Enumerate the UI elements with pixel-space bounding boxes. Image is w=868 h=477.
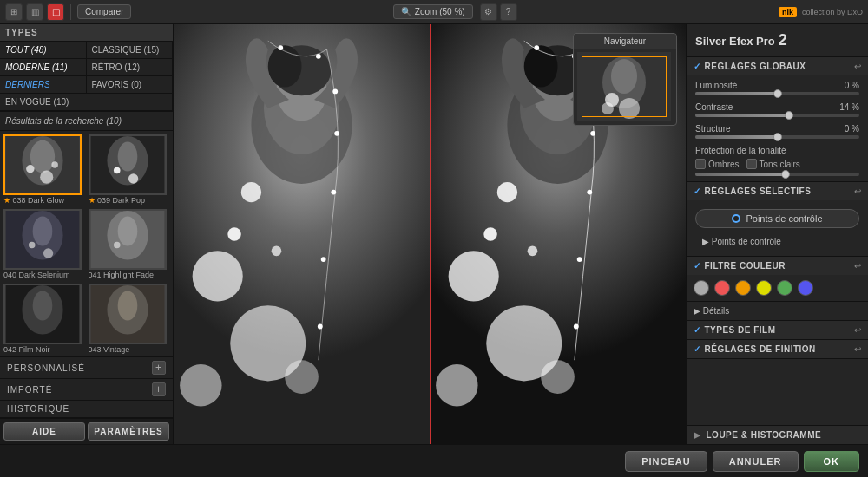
structure-label: Structure <box>695 124 731 134</box>
svg-point-52 <box>449 251 499 301</box>
loupe-header[interactable]: ▶ LOUPE & HISTOGRAMME <box>687 425 868 444</box>
structure-thumb[interactable] <box>773 133 782 141</box>
parametres-button[interactable]: PARAMÈTRES <box>88 422 169 441</box>
type-retro[interactable]: RÉTRO (12) <box>87 59 174 76</box>
zoom-label: Zoom (50 %) <box>415 7 465 16</box>
reglages-finition-header[interactable]: ✓ RÉGLAGES DE FINITION ↩ <box>687 340 868 358</box>
filter-colors-row <box>687 275 868 301</box>
historique-label: HISTORIQUE <box>7 404 69 414</box>
color-neutral[interactable] <box>694 280 709 296</box>
svg-point-59 <box>534 45 539 50</box>
check-icon-3: ✓ <box>694 261 701 271</box>
triangle-icon: ▶ <box>694 430 701 440</box>
separator <box>70 4 71 20</box>
details-row[interactable]: ▶ Détails <box>687 301 868 320</box>
structure-value: 0 % <box>845 124 859 134</box>
tons-clairs-checkbox[interactable] <box>746 159 757 169</box>
svg-point-9 <box>113 167 120 174</box>
reglages-globaux-header[interactable]: ✓ REGLAGES GLOBAUX ↩ <box>687 57 868 75</box>
color-orange[interactable] <box>735 280 751 296</box>
color-yellow[interactable] <box>756 280 772 296</box>
add-importe-icon[interactable]: + <box>152 382 166 396</box>
app-version: 2 <box>779 31 787 49</box>
protection-fill <box>695 173 786 176</box>
points-de-controle-row[interactable]: ▶ Points de contrôle <box>695 232 859 251</box>
app-title-area: Silver Efex Pro 2 <box>687 24 868 57</box>
star-icon: ★ <box>89 196 98 205</box>
svg-point-4 <box>40 171 53 184</box>
type-en-vogue[interactable]: EN VOGUE (10) <box>0 94 173 111</box>
settings-icon[interactable]: ⚙ <box>480 3 497 21</box>
thumbnails-area[interactable]: ★ 038 Dark Glow ★ 039 Da <box>0 131 173 356</box>
svg-point-65 <box>574 324 579 330</box>
navigator-rect[interactable] <box>582 56 667 117</box>
thumb-038-dark-glow[interactable]: ★ 038 Dark Glow <box>3 134 85 206</box>
type-tout[interactable]: TOUT (48) <box>0 42 87 59</box>
reglages-selectifs-header[interactable]: ✓ RÉGLAGES SÉLECTIFS ↩ <box>687 182 868 200</box>
protection-slider[interactable] <box>695 173 859 176</box>
luminosite-thumb[interactable] <box>773 89 782 98</box>
chevron-icon-3: ↩ <box>854 261 861 271</box>
aide-button[interactable]: AIDE <box>3 422 85 441</box>
thumb-043[interactable]: 043 Vintage <box>89 284 170 355</box>
thumb-label-040: 040 Dark Selenium <box>3 270 85 280</box>
thumb-039-dark-pop[interactable]: ★ 039 Dark Pop <box>89 134 170 206</box>
comparer-button[interactable]: Comparer <box>77 4 131 19</box>
svg-point-57 <box>483 227 496 240</box>
importe-item[interactable]: IMPORTÉ + <box>0 379 173 401</box>
annuler-button[interactable]: ANNULER <box>713 451 799 472</box>
types-film-label: TYPES DE FILM <box>705 325 776 335</box>
center-area: Navigateur <box>174 24 686 444</box>
contraste-label: Contraste <box>695 102 733 112</box>
thumb-img-043 <box>89 284 167 344</box>
info-icon[interactable]: ? <box>500 3 517 21</box>
reglages-globaux-content: Luminosité 0 % Contraste 14 % <box>687 75 868 181</box>
svg-point-64 <box>577 257 582 262</box>
svg-point-34 <box>180 364 221 406</box>
contraste-thumb[interactable] <box>785 111 793 120</box>
add-personnalise-icon[interactable]: + <box>152 361 166 375</box>
thumb-041-highlight-fade[interactable]: 041 Highlight Fade <box>89 209 170 280</box>
type-moderne[interactable]: MODERNE (11) <box>0 59 87 76</box>
thumb-040-dark-selenium[interactable]: 040 Dark Selenium <box>3 209 85 280</box>
svg-point-41 <box>332 89 338 95</box>
type-derniers[interactable]: DERNIERS <box>0 76 87 94</box>
contraste-slider[interactable] <box>695 114 859 117</box>
type-favoris[interactable]: FAVORIS (0) <box>87 76 174 94</box>
svg-point-10 <box>128 173 137 183</box>
thumbnails-grid: ★ 038 Dark Glow ★ 039 Da <box>3 134 169 355</box>
left-panel: TYPES TOUT (48) CLASSIQUE (15) MODERNE (… <box>0 24 174 444</box>
control-points-button[interactable]: Points de contrôle <box>695 209 859 228</box>
luminosite-fill <box>695 92 778 95</box>
ombres-checkbox[interactable] <box>695 159 706 169</box>
type-classique[interactable]: CLASSIQUE (15) <box>87 42 174 59</box>
color-blue[interactable] <box>798 280 813 296</box>
types-film-header[interactable]: ✓ TYPES DE FILM ↩ <box>687 321 868 339</box>
color-red[interactable] <box>714 280 730 296</box>
color-green[interactable] <box>777 280 792 296</box>
pinceau-button[interactable]: PINCEAU <box>625 451 707 472</box>
historique-item[interactable]: HISTORIQUE <box>0 401 173 418</box>
svg-point-19 <box>113 242 120 249</box>
contraste-fill <box>695 114 789 117</box>
split-view-icon[interactable]: ▥ <box>26 3 43 21</box>
protection-thumb[interactable] <box>781 170 790 179</box>
grid-view-icon[interactable]: ⊞ <box>5 3 23 21</box>
contraste-row: Contraste 14 % <box>695 102 859 117</box>
compare-view-icon[interactable]: ◫ <box>47 3 64 21</box>
filtre-couleur-header[interactable]: ✓ FILTRE COULEUR ↩ <box>687 257 868 275</box>
luminosite-slider[interactable] <box>695 92 859 95</box>
photo-left <box>174 24 430 444</box>
personnalise-item[interactable]: PERSONNALISÉ + <box>0 357 173 379</box>
reglages-selectifs-content: Points de contrôle ▶ Points de contrôle <box>687 200 868 256</box>
canvas-area[interactable]: Navigateur <box>174 24 686 444</box>
reglages-finition-label: RÉGLAGES DE FINITION <box>705 344 816 354</box>
thumb-042[interactable]: 042 Film Noir <box>3 284 85 355</box>
split-line[interactable] <box>430 24 431 444</box>
chevron-icon-4: ↩ <box>854 325 861 335</box>
navigator-panel: Navigateur <box>573 33 677 126</box>
zoom-control[interactable]: 🔍 Zoom (50 %) <box>393 4 473 19</box>
ok-button[interactable]: OK <box>804 451 860 472</box>
structure-slider[interactable] <box>695 135 859 139</box>
protection-row: Ombres Tons clairs <box>695 159 859 169</box>
